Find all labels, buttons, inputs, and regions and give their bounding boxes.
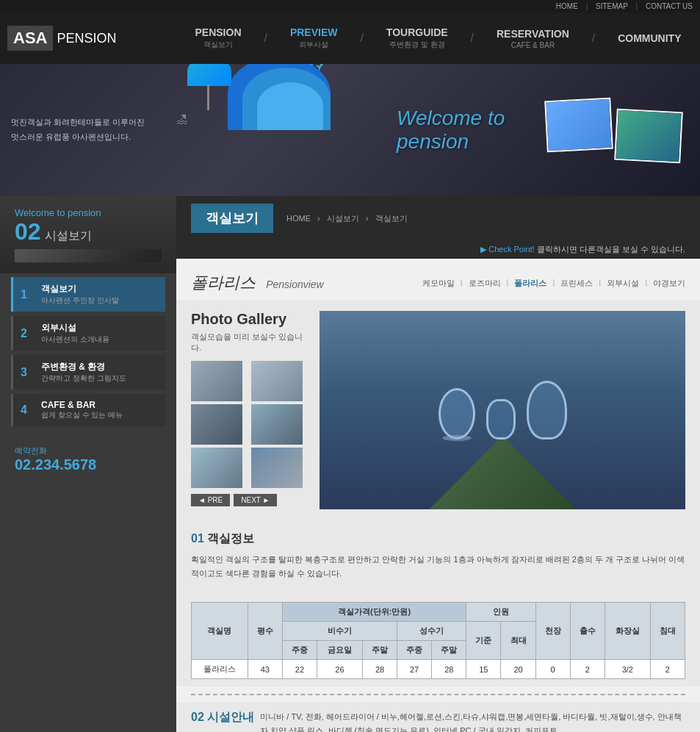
nav-reservation-main: RESERVATION [497, 28, 569, 40]
hero-left: 멋진객실과 화려한테마들로 이루어진 멋스러운 유럽풍 아사펜션입니다. [0, 104, 176, 156]
tabs-area: 폴라리스 Pensionview 케모마일 | 로즈마리 | 폴라리스 | 프린… [176, 259, 700, 300]
th-price: 객실가격(단위:만원) [282, 603, 466, 622]
tab-rozmari[interactable]: 로즈마리 [469, 278, 501, 289]
wave-decoration: 🐬 [184, 64, 331, 130]
topbar-home[interactable]: HOME [556, 2, 578, 10]
td-bed: 2 [650, 660, 685, 679]
glass-vases [439, 381, 567, 439]
main-photo-display [320, 311, 685, 509]
thumb-1[interactable] [191, 361, 242, 401]
td-room-name: 폴라리스 [192, 660, 248, 679]
nav-sep-3: / [471, 32, 474, 45]
gallery-section: Photo Gallery 객실모습을 미리 보실수 있습니다. ◄ PRE N… [176, 300, 700, 520]
tab-princess[interactable]: 프린세스 [560, 278, 593, 289]
phone-number: 02.234.5678 [15, 456, 162, 473]
nav-community[interactable]: COMMUNITY [618, 32, 681, 44]
tabs-row: 케모마일 | 로즈마리 | 폴라리스 | 프린세스 | 외부시설 | 야경보기 [422, 274, 685, 293]
th-shower: 출수 [570, 603, 605, 660]
menu-sub-4: 쉽게 찾으실 수 있는 메뉴 [41, 410, 123, 420]
thumb-3[interactable] [191, 404, 242, 445]
thumb-4[interactable] [251, 404, 303, 445]
gallery-title: Photo Gallery [191, 311, 308, 328]
td-ceiling: 0 [535, 660, 570, 679]
nav-preview-main: PREVIEW [290, 26, 338, 38]
content-header: 객실보기 HOME › 시설보기 › 객실보기 [176, 196, 700, 240]
td-weekday-peak: 27 [397, 660, 432, 679]
main-layout: Welcome to pension 02 시설보기 1 객실보기 아사펜션 주… [0, 196, 700, 732]
thumb-2[interactable] [251, 361, 303, 401]
thumb-5[interactable] [191, 448, 242, 488]
nav-sep-1: / [264, 32, 267, 45]
next-button[interactable]: NEXT ► [234, 494, 277, 506]
sidebar-welcome-title: Welcome to pension [15, 207, 162, 218]
sidebar-item-environment[interactable]: 3 주변환경 & 환경 간략하고 정확한 그림지도 [11, 355, 165, 390]
pension-name: 폴라리스 Pensionview [191, 272, 324, 294]
hero-text1: 멋진객실과 화려한테마들로 이루어진 [11, 115, 165, 130]
thumb-6[interactable] [251, 448, 303, 488]
umbrella-shape [187, 64, 231, 86]
menu-main-1: 객실보기 [41, 283, 119, 295]
th-friday: 금요일 [317, 641, 363, 660]
facility-title-text: 시설안내 [207, 711, 254, 723]
header: ASA PENSION PENSION 객실보기 / PREVIEW 외부시설 … [0, 12, 700, 64]
gallery-left: Photo Gallery 객실모습을 미리 보실수 있습니다. ◄ PRE N… [191, 311, 308, 509]
menu-sub-1: 아사펜션 주인장 인사말 [41, 295, 119, 306]
th-ceiling: 천장 [535, 603, 570, 660]
room-table: 객실명 평수 객실가격(단위:만원) 인원 천장 출수 화장실 침대 비수기 성… [191, 602, 685, 679]
topbar-contact[interactable]: CONTACT US [646, 2, 693, 10]
menu-main-4: CAFE & BAR [41, 400, 123, 410]
td-max: 20 [501, 660, 535, 679]
nav-tourguide-sub: 주변환경 및 환경 [386, 40, 448, 50]
th-size: 평수 [248, 603, 282, 660]
breadcrumb: HOME › 시설보기 › 객실보기 [284, 213, 410, 224]
gallery-subtitle: 객실모습을 미리 보실수 있습니다. [191, 331, 308, 354]
td-weekend-peak: 28 [432, 660, 466, 679]
checkpoint-text: 클릭하시면 다른객실을 보실 수 있습니다. [537, 245, 685, 254]
menu-main-3: 주변환경 & 환경 [41, 361, 126, 373]
nav-reservation[interactable]: RESERVATION CAFE & BAR [497, 28, 569, 49]
sidebar-item-cafe[interactable]: 4 CAFE & BAR 쉽게 찾으실 수 있는 메뉴 [11, 394, 165, 426]
gallery-main-photo [320, 311, 685, 509]
pension-sub: Pensionview [266, 279, 324, 290]
page-curl [15, 249, 162, 262]
nav-preview[interactable]: PREVIEW 외부시설 [290, 26, 338, 50]
tab-kemomil[interactable]: 케모마일 [422, 278, 455, 289]
tab-night[interactable]: 야경보기 [653, 278, 685, 289]
sidebar-welcome: Welcome to pension 02 시설보기 [0, 196, 176, 273]
th-weekday: 주중 [282, 641, 317, 660]
sidebar-item-exterior[interactable]: 2 외부시설 아사펜션의 소개내용 [11, 316, 165, 351]
table-row: 폴라리스 43 22 26 28 27 28 15 20 0 2 3/2 2 [192, 660, 685, 679]
photo-card-2 [614, 108, 683, 163]
breadcrumb-sep1: › [317, 214, 320, 223]
logo-box: ASA [7, 26, 53, 51]
hero-title: Welcome to pension [397, 107, 538, 154]
facility-section: 02 시설안내 미니바 / TV, 전화, 헤어드라이어 / 비누,헤어젤,로션… [176, 703, 700, 732]
nav-community-main: COMMUNITY [618, 32, 681, 44]
td-shower: 2 [570, 660, 605, 679]
mountain-bg [429, 436, 576, 509]
table-section: 객실명 평수 객실가격(단위:만원) 인원 천장 출수 화장실 침대 비수기 성… [176, 602, 700, 686]
th-room-name: 객실명 [192, 603, 248, 660]
menu-num-1: 1 [21, 288, 35, 301]
nav-tourguide[interactable]: TOURGUIDE 주변환경 및 환경 [386, 26, 448, 50]
td-standard: 15 [466, 660, 501, 679]
nav-pension-main: PENSION [195, 26, 241, 38]
menu-sub-2: 아사펜션의 소개내용 [41, 334, 109, 345]
prev-button[interactable]: ◄ PRE [191, 494, 230, 506]
nav-pension[interactable]: PENSION 객실보기 [195, 26, 241, 50]
breadcrumb-level2: 객실보기 [375, 214, 408, 223]
th-max: 최대 [501, 622, 535, 660]
tab-exterior[interactable]: 외부시설 [607, 278, 639, 289]
sidebar-menu: 1 객실보기 아사펜션 주인장 인사말 2 외부시설 아사펜션의 소개내용 [0, 273, 176, 434]
breadcrumb-sep2: › [366, 214, 369, 223]
menu-num-3: 3 [21, 366, 35, 379]
pension-name-text: 폴라리스 [191, 273, 256, 292]
glass-vase-3 [527, 381, 567, 439]
td-weekday: 22 [282, 660, 317, 679]
hero-text2: 멋스러운 유럽풍 아사펜션입니다. [11, 130, 165, 145]
tab-polaris[interactable]: 폴라리스 [514, 278, 546, 289]
sidebar-item-room[interactable]: 1 객실보기 아사펜션 주인장 인사말 [11, 277, 165, 312]
nav-tourguide-main: TOURGUIDE [386, 26, 448, 38]
beach-chairs: 🏖 [176, 113, 188, 126]
topbar-sitemap[interactable]: SITEMAP [596, 2, 628, 10]
